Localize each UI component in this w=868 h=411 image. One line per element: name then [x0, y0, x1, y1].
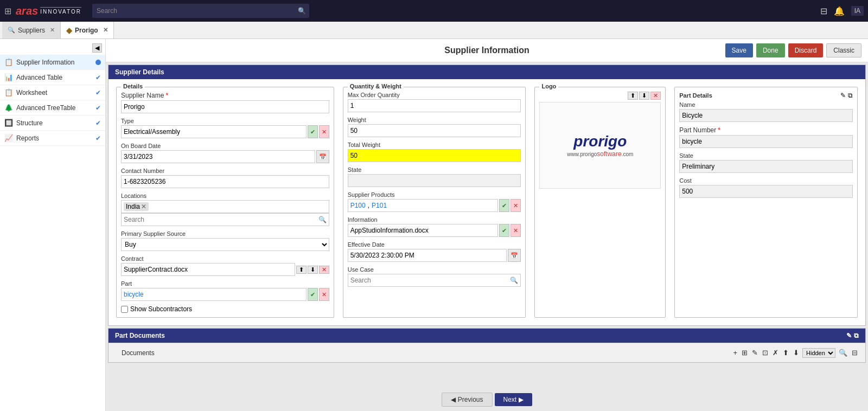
part-cancel-btn[interactable]: ✕ [319, 288, 329, 301]
sidebar-toggle-btn[interactable]: ◀ [92, 43, 102, 53]
docs-toolbar: Documents + ⊞ ✎ ⊡ ✗ ⬆ ⬇ Hidden 🔍 ⊟ [108, 343, 865, 362]
part-details-edit-icon[interactable]: ✎ [840, 92, 846, 99]
information-group: ✔ ✕ [348, 224, 521, 237]
logo-download-btn[interactable]: ⬇ [639, 92, 649, 100]
date-input-group: 📅 [121, 150, 329, 163]
done-button[interactable]: Done [756, 43, 785, 57]
contract-upload-btn[interactable]: ⬆ [296, 266, 307, 274]
supplier-products-row: Supplier Products P100, P101 ✔ ✕ [348, 191, 521, 212]
docs-grid-icon[interactable]: ⊞ [741, 348, 749, 358]
use-case-search-input[interactable] [348, 277, 508, 284]
docs-edit-icon[interactable]: ✎ [751, 348, 759, 358]
grid-icon[interactable]: ⊞ [4, 6, 11, 16]
effective-date-input[interactable] [348, 249, 507, 262]
scrollable-content: Supplier Details Details Supplier Name * [106, 62, 868, 388]
effective-date-picker-btn[interactable]: 📅 [508, 249, 521, 262]
part-number-label: Part Number * [679, 126, 853, 134]
weight-input[interactable] [348, 124, 521, 137]
contract-input[interactable] [121, 263, 295, 276]
products-confirm-btn[interactable]: ✔ [499, 199, 509, 212]
show-subcontractors-checkbox[interactable] [121, 306, 128, 313]
supplier-name-input[interactable] [121, 100, 329, 113]
p101-link[interactable]: P101 [372, 202, 387, 209]
ia-label[interactable]: IA [851, 6, 864, 16]
next-button[interactable]: Next ▶ [495, 393, 533, 406]
form-panels-row: Details Supplier Name * Type ✔ [108, 79, 865, 325]
prev-button[interactable]: ◀ Previous [442, 393, 493, 407]
use-case-search-btn[interactable]: 🔍 [508, 277, 520, 284]
logo-remove-btn[interactable]: ✕ [650, 92, 661, 100]
type-row: Type ✔ ✕ [121, 118, 329, 138]
part-details-open-icon[interactable]: ⧉ [848, 92, 853, 99]
information-input[interactable] [348, 224, 499, 237]
part-docs-header-icons: ✎ ⧉ [846, 332, 859, 339]
weight-label: Weight [348, 117, 521, 123]
part-number-row: Part Number * [679, 126, 853, 148]
india-tag-remove[interactable]: ✕ [141, 203, 146, 210]
info-confirm-btn[interactable]: ✔ [499, 224, 509, 237]
info-cancel-btn[interactable]: ✕ [510, 224, 521, 237]
type-cancel-btn[interactable]: ✕ [319, 125, 329, 138]
docs-download-icon[interactable]: ⬇ [792, 348, 800, 358]
p100-link[interactable]: P100 [350, 202, 366, 209]
docs-hidden-select[interactable]: Hidden [802, 348, 835, 358]
part-link[interactable]: bicycle [124, 291, 144, 298]
type-confirm-btn[interactable]: ✔ [308, 125, 318, 138]
sidebar-item-reports[interactable]: 📈 Reports ✔ [0, 131, 105, 146]
sidebar-treetable-label: Advanced TreeTable [16, 104, 92, 112]
docs-add-icon[interactable]: + [732, 348, 738, 358]
sidebar-item-supplier-information[interactable]: 📋 Supplier Information [0, 55, 105, 70]
max-order-qty-input[interactable] [348, 99, 521, 112]
tab-suppliers[interactable]: 🔍 Suppliers ✕ [2, 22, 61, 38]
docs-search-icon[interactable]: 🔍 [838, 348, 848, 358]
on-board-date-input[interactable] [121, 150, 315, 163]
sidebar-item-advanced-treetable[interactable]: 🌲 Advanced TreeTable ✔ [0, 100, 105, 115]
tab-prorigo-close[interactable]: ✕ [103, 27, 108, 34]
docs-delete-icon[interactable]: ✗ [771, 348, 780, 358]
contact-number-label: Contact Number [121, 168, 329, 174]
part-docs-open-icon[interactable]: ⧉ [854, 332, 859, 339]
sidebar-item-worksheet[interactable]: 📋 Worksheet ✔ [0, 85, 105, 100]
state-input [348, 174, 521, 187]
products-cancel-btn[interactable]: ✕ [510, 199, 521, 212]
sidebar-reports-icon: 📈 [4, 134, 13, 142]
part-confirm-btn[interactable]: ✔ [308, 288, 318, 301]
locations-search-input[interactable] [122, 216, 316, 223]
save-button[interactable]: Save [725, 43, 753, 57]
sidebar-reports-check: ✔ [95, 134, 101, 142]
part-documents-title: Part Documents [115, 332, 165, 339]
docs-upload-icon[interactable]: ⬆ [782, 348, 790, 358]
contract-input-group: ⬆ ⬇ ✕ [121, 263, 329, 276]
contract-remove-btn[interactable]: ✕ [319, 266, 329, 274]
classic-button[interactable]: Classic [826, 43, 861, 57]
sidebar-table-icon: 📊 [4, 73, 13, 81]
sidebar-item-advanced-table[interactable]: 📊 Advanced Table ✔ [0, 70, 105, 85]
top-search-input[interactable] [92, 4, 309, 18]
page-header: Supplier Information Save Done Discard C… [106, 39, 868, 62]
total-weight-input[interactable] [348, 149, 521, 162]
tab-suppliers-close[interactable]: ✕ [50, 27, 55, 34]
layout-icon[interactable]: ⊟ [820, 6, 827, 16]
show-subcontractors-label: Show Subcontractors [130, 305, 192, 313]
subcontractors-row: Show Subcontractors [121, 305, 329, 313]
discard-button[interactable]: Discard [788, 43, 824, 57]
sidebar-header: ◀ [0, 41, 105, 55]
part-input-group: bicycle ✔ ✕ [121, 288, 329, 301]
part-docs-edit-icon[interactable]: ✎ [846, 332, 852, 339]
state-label: State [348, 166, 521, 173]
docs-collapse-icon[interactable]: ⊟ [851, 348, 859, 358]
date-picker-btn[interactable]: 📅 [316, 150, 329, 163]
logo-upload-btn[interactable]: ⬆ [628, 92, 638, 100]
docs-detail-icon[interactable]: ⊡ [761, 348, 769, 358]
top-search-icon: 🔍 [298, 7, 306, 15]
primary-supplier-select[interactable]: Buy [121, 238, 329, 251]
nav-buttons: ◀ Previous Next ▶ [106, 388, 868, 411]
bell-icon[interactable]: 🔔 [834, 6, 845, 16]
locations-search-btn[interactable]: 🔍 [316, 216, 329, 223]
primary-supplier-row: Primary Supplier Source Buy [121, 230, 329, 251]
contract-download-btn[interactable]: ⬇ [308, 266, 318, 274]
type-input[interactable] [121, 125, 307, 138]
sidebar-item-structure[interactable]: 🔲 Structure ✔ [0, 115, 105, 131]
tab-prorigo[interactable]: ◆ Prorigo ✕ [61, 22, 114, 38]
contact-number-input[interactable] [121, 175, 329, 188]
